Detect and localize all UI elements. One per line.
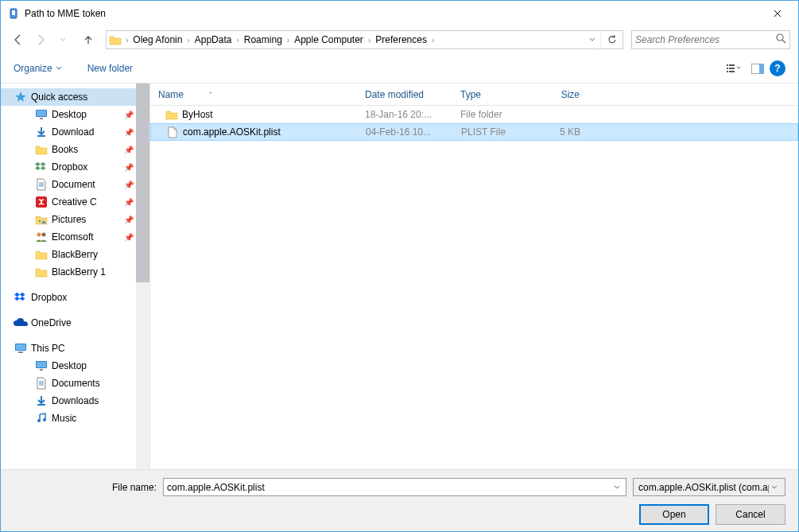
chevron-right-icon[interactable]: ›: [285, 36, 291, 45]
svg-point-16: [39, 220, 41, 223]
preview-pane-button[interactable]: [746, 59, 770, 78]
pc-icon: [14, 342, 28, 355]
search-input[interactable]: [635, 34, 776, 45]
column-date[interactable]: Date modified: [357, 83, 452, 105]
sidebar-item-label: Dropbox: [52, 161, 87, 173]
sort-indicator-icon: ⌃: [208, 91, 214, 99]
address-dropdown-icon[interactable]: [584, 37, 600, 43]
sidebar-item[interactable]: Music: [1, 410, 149, 427]
breadcrumb-item[interactable]: Roaming: [241, 31, 285, 49]
svg-point-26: [37, 419, 41, 422]
sidebar-item-label: Creative C: [52, 196, 97, 208]
column-size[interactable]: Size: [532, 83, 588, 105]
sidebar-section-label: Dropbox: [31, 292, 67, 303]
address-bar[interactable]: › Oleg Afonin›AppData›Roaming›Apple Comp…: [106, 30, 623, 49]
column-type[interactable]: Type: [452, 83, 532, 105]
music-icon: [34, 412, 48, 425]
close-button[interactable]: [759, 2, 795, 25]
sidebar-item[interactable]: Books📌: [1, 141, 149, 158]
column-headers: Name ⌃ Date modified Type Size: [150, 83, 798, 106]
scrollbar-thumb[interactable]: [136, 83, 149, 282]
sidebar-item[interactable]: BlackBerry 1: [1, 263, 149, 281]
sidebar-item-label: Documents: [52, 378, 100, 389]
filename-dropdown-icon[interactable]: [611, 482, 623, 493]
sidebar-item-label: BlackBerry: [52, 249, 98, 260]
open-button[interactable]: Open: [639, 504, 709, 525]
sidebar-item[interactable]: Elcomsoft📌: [1, 228, 149, 246]
sidebar-item[interactable]: Document📌: [1, 176, 149, 193]
sidebar-scrollbar[interactable]: [136, 83, 149, 469]
svg-rect-6: [729, 68, 735, 69]
sidebar-item[interactable]: Desktop📌: [1, 106, 149, 123]
svg-rect-24: [40, 369, 43, 371]
navbar: › Oleg Afonin›AppData›Roaming›Apple Comp…: [1, 25, 798, 54]
recent-dropdown-icon[interactable]: [53, 30, 72, 49]
sidebar-section[interactable]: OneDrive: [1, 314, 149, 332]
sidebar-item-label: Music: [52, 413, 76, 424]
document-icon: [34, 377, 48, 390]
sidebar-item[interactable]: Dropbox📌: [1, 158, 149, 176]
sidebar-item[interactable]: Pictures📌: [1, 211, 149, 228]
file-size: 5 KB: [533, 126, 588, 138]
filetype-dropdown-icon: [769, 482, 780, 493]
sidebar-item[interactable]: Creative C📌: [1, 193, 149, 211]
sidebar-item[interactable]: Download📌: [1, 123, 149, 141]
chevron-right-icon[interactable]: ›: [124, 36, 130, 45]
search-icon[interactable]: [776, 33, 786, 46]
new-folder-button[interactable]: New folder: [87, 63, 133, 74]
sidebar-item[interactable]: BlackBerry: [1, 246, 149, 263]
file-row[interactable]: ByHost18-Jan-16 20:...File folder: [150, 106, 798, 123]
breadcrumb-item[interactable]: Apple Computer: [291, 31, 367, 49]
folder-icon: [34, 248, 48, 261]
chevron-right-icon[interactable]: ›: [235, 36, 240, 45]
sidebar-section[interactable]: Dropbox: [1, 289, 149, 306]
svg-point-17: [37, 233, 41, 237]
desktop-icon: [34, 108, 48, 121]
file-date: 18-Jan-16 20:...: [357, 109, 452, 120]
cancel-button[interactable]: Cancel: [716, 504, 785, 525]
download-icon: [34, 394, 48, 407]
sidebar-section[interactable]: Quick access: [1, 88, 149, 106]
sidebar-item[interactable]: Documents: [1, 375, 149, 392]
breadcrumb-item[interactable]: Preferences: [372, 31, 430, 49]
filename-input[interactable]: [167, 482, 611, 493]
breadcrumb-item[interactable]: AppData: [192, 31, 235, 49]
forward-button[interactable]: [31, 30, 50, 49]
sidebar-item[interactable]: Desktop: [1, 357, 149, 375]
file-list: Name ⌃ Date modified Type Size ByHost18-…: [150, 83, 798, 469]
up-button[interactable]: [79, 30, 98, 49]
search-box[interactable]: [631, 30, 790, 49]
pin-icon: 📌: [124, 146, 134, 154]
svg-point-2: [777, 34, 783, 41]
desktop-icon: [34, 359, 48, 372]
back-button[interactable]: [9, 30, 28, 49]
breadcrumb-item[interactable]: Oleg Afonin: [130, 31, 185, 49]
view-options-button[interactable]: [722, 59, 746, 78]
organize-button[interactable]: Organize: [14, 63, 62, 74]
chevron-right-icon[interactable]: ›: [367, 36, 372, 45]
sidebar-section[interactable]: This PC: [1, 340, 149, 357]
people-icon: [34, 231, 48, 243]
filetype-text: com.apple.AOSKit.plist (com.ap: [638, 482, 769, 493]
star-icon: [14, 91, 28, 103]
filetype-combo[interactable]: com.apple.AOSKit.plist (com.ap: [633, 478, 785, 496]
pictures-icon: [34, 213, 48, 226]
chevron-right-icon[interactable]: ›: [185, 36, 191, 45]
folder-icon: [34, 266, 48, 278]
body-area: Quick accessDesktop📌Download📌Books📌Dropb…: [1, 83, 798, 469]
svg-rect-14: [37, 135, 45, 137]
sidebar-item-label: Desktop: [52, 109, 87, 120]
svg-point-27: [43, 418, 46, 421]
sidebar-section-label: This PC: [31, 343, 65, 354]
sidebar-item[interactable]: Downloads: [1, 392, 149, 410]
sidebar-item-label: Elcomsoft: [52, 231, 94, 243]
chevron-right-icon[interactable]: ›: [430, 36, 436, 45]
sidebar-section-label: OneDrive: [31, 317, 72, 328]
file-icon: [151, 126, 183, 138]
pin-icon: 📌: [124, 181, 134, 189]
help-button[interactable]: ?: [770, 60, 785, 76]
refresh-button[interactable]: [600, 30, 623, 49]
column-name[interactable]: Name ⌃: [150, 83, 357, 105]
file-row[interactable]: com.apple.AOSKit.plist04-Feb-16 10...PLI…: [150, 123, 798, 141]
filename-combo[interactable]: [163, 478, 626, 496]
